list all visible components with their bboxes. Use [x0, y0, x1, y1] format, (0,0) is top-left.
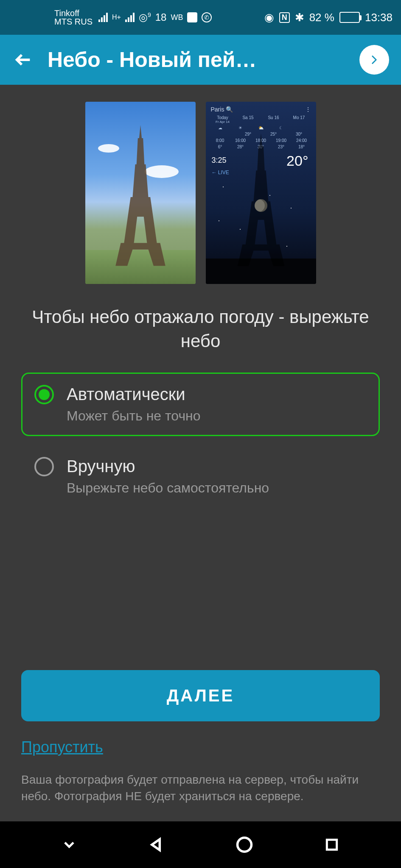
- preview-day: [85, 102, 196, 284]
- clock: 13:38: [365, 11, 393, 24]
- status-bar: Tinkoff MTS RUS H+ ◎9 18 WB ✆ ◉ N ✱ 82 %…: [0, 0, 401, 35]
- nav-home[interactable]: [233, 833, 256, 857]
- option-automatic[interactable]: Автоматически Может быть не точно: [21, 373, 380, 436]
- signal-icon-2: [125, 13, 135, 22]
- skip-link[interactable]: Пропустить: [21, 738, 103, 756]
- arrow-left-icon: [14, 50, 33, 70]
- nav-hide-keyboard[interactable]: [57, 833, 81, 857]
- app-icon-1: [187, 12, 197, 22]
- signal-icon-1: [98, 13, 108, 22]
- forecast-icons: ☁☀⛅☾: [211, 125, 311, 130]
- svg-rect-1: [327, 840, 337, 849]
- instruction-text: Чтобы небо отражало погоду - вырежьте не…: [21, 305, 380, 353]
- next-button[interactable]: ДАЛЕЕ: [21, 670, 380, 721]
- status-mid-icons: H+ ◎9 18 WB ✆: [98, 11, 212, 23]
- current-time: 3:25: [212, 156, 227, 165]
- whatsapp-icon: ✆: [202, 12, 212, 22]
- chevron-down-icon: [61, 836, 78, 853]
- option-title: Вручную: [67, 457, 269, 476]
- menu-dots-icon: ⋮: [305, 106, 311, 113]
- battery-icon: [339, 12, 360, 23]
- network-type: H+: [112, 14, 121, 21]
- forecast-days: TodayFr Apr 14 Sa 15 Su 16 Mo 17: [211, 115, 311, 124]
- option-subtitle: Вырежьте небо самостоятельно: [67, 480, 269, 496]
- svg-point-0: [237, 838, 251, 852]
- nav-back[interactable]: [145, 833, 168, 857]
- preview-night: Paris 🔍 ⋮ TodayFr Apr 14 Sa 15 Su 16 Mo …: [206, 102, 316, 284]
- content-area: Paris 🔍 ⋮ TodayFr Apr 14 Sa 15 Su 16 Mo …: [0, 85, 401, 821]
- chevron-right-icon: [367, 53, 381, 67]
- option-subtitle: Может быть не точно: [67, 408, 201, 424]
- carrier-1: Tinkoff: [54, 9, 93, 17]
- bluetooth-icon: ✱: [295, 11, 304, 24]
- status-right: ◉ N ✱ 82 % 13:38: [264, 11, 393, 24]
- carrier-2: MTS RUS: [54, 17, 93, 26]
- live-label: ← LIVE: [212, 170, 229, 175]
- system-nav-bar: [0, 821, 401, 868]
- circle-icon: [235, 835, 254, 854]
- triangle-left-icon: [147, 835, 166, 854]
- temperature: 18: [155, 11, 167, 23]
- page-title: Небо - Новый пей…: [48, 47, 347, 72]
- app-bar: Небо - Новый пей…: [0, 35, 401, 85]
- option-title: Автоматически: [67, 385, 201, 404]
- nav-recent[interactable]: [320, 833, 344, 857]
- preview-row: Paris 🔍 ⋮ TodayFr Apr 14 Sa 15 Su 16 Mo …: [21, 102, 380, 284]
- city-search: Paris 🔍: [211, 106, 233, 113]
- radio-icon: [34, 457, 54, 476]
- carrier-labels: Tinkoff MTS RUS: [8, 9, 93, 26]
- hotspot-icon: ◎9: [139, 11, 151, 23]
- forward-button[interactable]: [359, 45, 389, 75]
- back-button[interactable]: [12, 48, 35, 71]
- nfc-icon: N: [279, 12, 290, 23]
- battery-percent: 82 %: [309, 11, 334, 24]
- option-manual[interactable]: Вручную Вырежьте небо самостоятельно: [21, 445, 380, 508]
- square-icon: [323, 836, 340, 853]
- status-left: Tinkoff MTS RUS H+ ◎9 18 WB ✆: [8, 9, 212, 26]
- radio-icon: [34, 385, 54, 404]
- eiffel-tower-icon: [107, 125, 174, 269]
- eiffel-tower-icon: [229, 134, 293, 269]
- wb-label: WB: [171, 13, 183, 22]
- disclaimer-text: Ваша фотография будет отправлена на серв…: [21, 771, 380, 804]
- eye-icon: ◉: [264, 11, 274, 24]
